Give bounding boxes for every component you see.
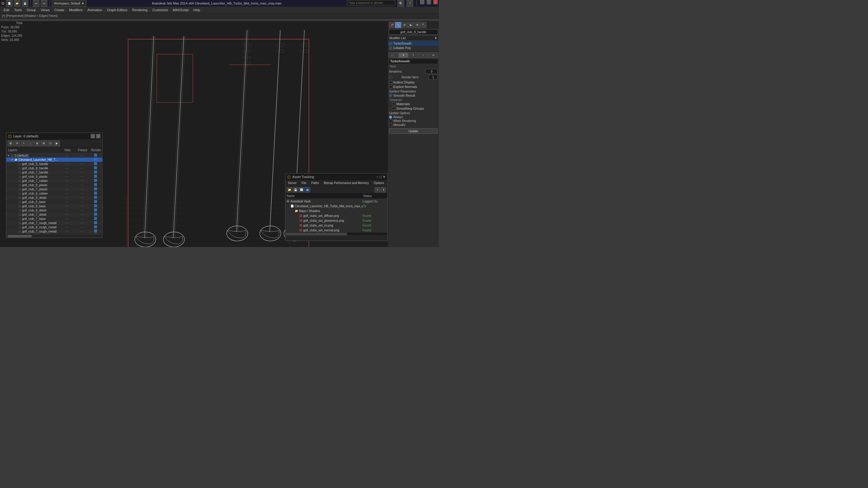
layer-render[interactable] xyxy=(90,158,101,161)
layer-expander[interactable] xyxy=(14,188,17,191)
layer-expander[interactable] xyxy=(14,221,17,224)
help-search-btn[interactable]: ? xyxy=(407,0,413,7)
tab-btn2[interactable]: ≡ xyxy=(398,53,408,58)
layer-render[interactable] xyxy=(90,221,101,225)
close-btn[interactable]: ✕ xyxy=(433,0,438,4)
utility-icon-btn[interactable]: 🔨 xyxy=(421,22,427,28)
menu-graph-editors[interactable]: Graph Editors xyxy=(104,7,130,12)
asset-row[interactable]: 📁 Maps / Shaders xyxy=(285,208,387,213)
asset-menu-paths[interactable]: Paths xyxy=(309,181,321,185)
asset-tool-4[interactable]: ▦ xyxy=(305,187,310,193)
turbosmooth-header[interactable]: TurboSmooth xyxy=(389,59,438,64)
layer-expander[interactable] xyxy=(14,179,17,182)
layers-tool-8[interactable]: ▶ xyxy=(54,140,60,147)
layer-row[interactable]: ◻ golf_club_7_rubber ---- ---- xyxy=(6,178,102,183)
menu-group[interactable]: Group xyxy=(24,7,38,12)
asset-menu-file[interactable]: File xyxy=(299,181,309,185)
layers-close-btn[interactable]: ✕ xyxy=(96,134,100,138)
layer-render[interactable] xyxy=(90,187,101,191)
render-iters-input[interactable] xyxy=(429,75,438,79)
asset-title-bar[interactable]: ◫ Asset Tracking − □ ✕ xyxy=(285,173,387,180)
layer-expander[interactable] xyxy=(14,175,17,178)
menu-help[interactable]: Help xyxy=(191,7,203,12)
render-iters-checkbox[interactable] xyxy=(389,76,392,78)
menu-tools[interactable]: Tools xyxy=(12,7,24,12)
asset-row[interactable]: 🖼 golf_clubs_set_glossiness.png Found xyxy=(285,218,387,223)
undo-btn[interactable]: ↩ xyxy=(33,0,39,7)
layers-tool-4[interactable]: ↓ xyxy=(27,140,33,147)
always-radio[interactable] xyxy=(389,116,392,119)
layers-tool-1[interactable]: ⊞ xyxy=(7,140,13,147)
layer-render[interactable] xyxy=(90,166,101,170)
asset-help-btn[interactable]: ? xyxy=(375,187,380,193)
update-button[interactable]: Update xyxy=(389,128,438,134)
display-icon-btn[interactable]: 👁 xyxy=(414,22,420,28)
layer-expander[interactable] xyxy=(14,226,17,229)
maximize-btn[interactable]: □ xyxy=(427,0,431,4)
modifier-list-dropdown[interactable]: ▼ xyxy=(434,36,437,40)
layer-row[interactable]: ◻ golf_club_7_plastic ---- ---- xyxy=(6,187,102,191)
when-rendering-radio[interactable] xyxy=(389,120,392,123)
hierarchy-icon-btn[interactable]: ⚙ xyxy=(401,22,407,28)
layer-render[interactable] xyxy=(90,230,101,233)
minimize-btn[interactable]: − xyxy=(420,0,424,4)
layer-render[interactable] xyxy=(90,208,101,212)
layer-expander[interactable]: ▼ xyxy=(10,158,13,161)
layer-render[interactable] xyxy=(90,154,101,157)
menu-animation[interactable]: Animation xyxy=(85,7,104,12)
asset-tool-1[interactable]: 📁 xyxy=(287,187,292,193)
pin-icon-btn[interactable]: 📌 xyxy=(389,22,395,28)
layer-render[interactable] xyxy=(90,213,101,216)
asset-row[interactable]: 🖼 golf_clubs_set_ior.png Found xyxy=(285,223,387,228)
asset-menu-server[interactable]: Server xyxy=(285,181,299,185)
layer-row[interactable]: ◻ golf_club_8_rubber ---- ---- xyxy=(6,191,102,195)
layer-row[interactable]: ◻ golf_club_7_rough_metall ---- ---- xyxy=(6,229,102,233)
menu-modifiers[interactable]: Modifiers xyxy=(67,7,85,12)
layer-render[interactable] xyxy=(90,179,101,183)
editable-poly-checkbox[interactable]: ✓ xyxy=(389,47,392,50)
layer-expander[interactable] xyxy=(14,184,17,187)
explicit-normals-checkbox[interactable] xyxy=(389,85,392,88)
layer-expander[interactable] xyxy=(14,162,17,165)
layers-tool-7[interactable]: ⊙ xyxy=(47,140,53,147)
turbosmooth-modifier[interactable]: ✓ TurboSmooth xyxy=(388,41,439,46)
layer-expander[interactable]: ▼ xyxy=(7,154,10,157)
layer-render[interactable] xyxy=(90,162,101,166)
smoothing-groups-checkbox[interactable] xyxy=(392,107,395,110)
menu-maxscript[interactable]: MAXScript xyxy=(170,7,191,12)
iterations-input[interactable] xyxy=(426,69,438,74)
tab-btn5[interactable]: ⊕ xyxy=(429,53,438,58)
turbosmooth-checkbox[interactable]: ✓ xyxy=(389,42,392,45)
manually-radio[interactable] xyxy=(389,124,392,127)
layer-row[interactable]: ◻ golf_club_9_plastic ---- ---- xyxy=(6,174,102,178)
open-btn[interactable]: 📂 xyxy=(14,0,21,7)
layer-row[interactable]: ◻ golf_club_8_base ---- ---- xyxy=(6,204,102,208)
motion-icon-btn[interactable]: ▶ xyxy=(408,22,414,28)
menu-customize[interactable]: Customize xyxy=(150,7,170,12)
layer-render[interactable] xyxy=(90,175,101,178)
asset-row[interactable]: 🖼 golf_clubs_set_diffuse.png Found xyxy=(285,213,387,218)
layer-expander[interactable] xyxy=(14,196,17,199)
layer-row[interactable]: ◻ golf_club_9_rough_metall ---- ---- xyxy=(6,225,102,229)
search-input[interactable] xyxy=(347,0,395,5)
object-name-field[interactable] xyxy=(389,29,438,35)
layer-row[interactable]: ◻ golf_club_8_handle ---- ---- xyxy=(6,166,102,170)
layers-tool-6[interactable]: ⊗ xyxy=(41,140,47,147)
layer-row[interactable]: ◻ golf_club_9_handle ---- ---- xyxy=(6,162,102,166)
layers-title-bar[interactable]: ◫ Layer: 0 (default) ? ✕ xyxy=(6,133,102,139)
layer-row[interactable]: ◻ golf_club_9_detail ---- ---- xyxy=(6,208,102,213)
layer-expander[interactable] xyxy=(14,217,17,220)
layer-row[interactable]: ◻ golf_club_7_base ---- ---- xyxy=(6,217,102,221)
isoline-checkbox[interactable] xyxy=(389,81,392,84)
layers-tool-2[interactable]: ✕ xyxy=(14,140,20,147)
layer-row[interactable]: ◻ golf_club_7_handle ---- ---- xyxy=(6,170,102,174)
layer-expander[interactable] xyxy=(14,200,17,203)
workspace-selector[interactable]: Workspace: Default ▼ xyxy=(52,0,87,7)
menu-create[interactable]: Create xyxy=(52,7,67,12)
asset-tool-2[interactable]: 💾 xyxy=(293,187,298,193)
layer-expander[interactable] xyxy=(14,230,17,233)
redo-btn[interactable]: ↪ xyxy=(41,0,47,7)
smooth-result-checkbox[interactable] xyxy=(389,94,392,97)
layer-row[interactable]: ◻ golf_club_9_detail ---- ---- xyxy=(6,195,102,200)
asset-restore-btn[interactable]: □ xyxy=(379,175,381,179)
